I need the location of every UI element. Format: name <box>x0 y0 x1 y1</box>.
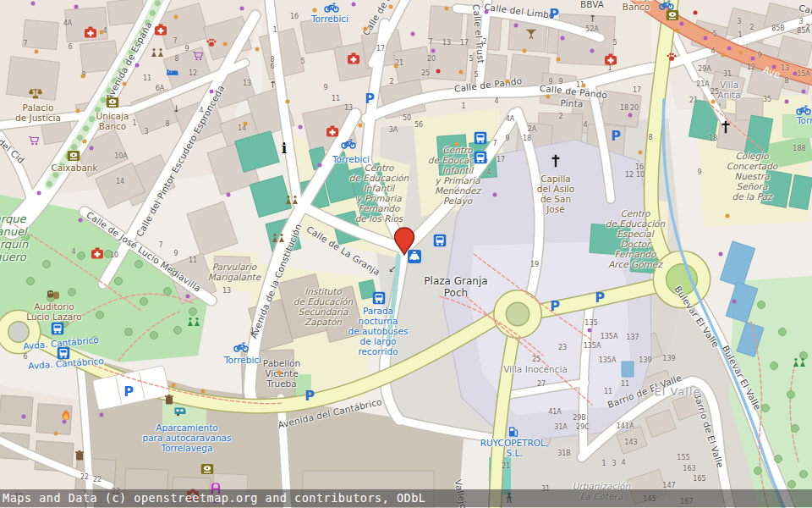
poi-dot-purple <box>680 22 684 26</box>
place-label: ParqueManuelBarquínagüero <box>0 213 28 264</box>
place-label: Torrebici <box>332 154 370 164</box>
cross-icon[interactable] <box>721 121 731 134</box>
house-number: 21 <box>689 97 698 104</box>
bicycle-icon[interactable] <box>659 0 674 10</box>
place-label: Torrebici <box>311 14 348 24</box>
house-number: 7 <box>158 241 162 249</box>
clinic-icon[interactable] <box>605 53 617 65</box>
poi-dot-red <box>436 69 441 74</box>
bus-icon[interactable] <box>373 292 386 305</box>
house-number: 10 <box>110 251 118 259</box>
house-number: 50 <box>403 114 411 122</box>
arrow-icon[interactable]: → <box>248 326 257 334</box>
caravan-icon[interactable] <box>174 407 187 417</box>
bus-icon[interactable] <box>434 235 447 247</box>
bicycle-icon[interactable] <box>796 105 811 115</box>
place-label: AuditorioLucio Lazaro <box>26 301 82 322</box>
playground-icon[interactable] <box>285 196 299 205</box>
poi-dot-purple <box>135 64 140 68</box>
poi-dot-purple <box>785 100 789 104</box>
bicycle-icon[interactable] <box>233 342 249 352</box>
parking-icon[interactable]: P <box>550 300 560 313</box>
parking-icon[interactable]: P <box>304 389 315 403</box>
poi-dot-orange <box>557 58 561 62</box>
house-number: 4 <box>71 248 75 256</box>
trash-icon[interactable] <box>75 450 84 461</box>
paw-icon[interactable] <box>206 37 217 47</box>
bicycle-icon[interactable] <box>324 3 339 13</box>
house-number: 9 <box>173 250 178 257</box>
cart-icon[interactable] <box>28 135 40 146</box>
house-number: 25 <box>710 88 719 96</box>
house-number: 5 <box>469 55 473 63</box>
info-icon[interactable]: i <box>282 143 287 155</box>
house-number: 139 <box>662 355 675 362</box>
playground-icon[interactable] <box>151 48 164 58</box>
poi-dot-purple <box>628 113 633 118</box>
map-canvas[interactable]: Avenida de EspañaCalle del Pintor Escude… <box>0 0 812 508</box>
bank-icon[interactable] <box>667 10 679 20</box>
arrow-icon[interactable]: → <box>268 80 277 88</box>
bank-icon[interactable] <box>68 151 80 161</box>
clinic-icon[interactable] <box>326 125 339 137</box>
house-number: 22 <box>93 476 102 483</box>
clinic-icon[interactable] <box>155 24 167 36</box>
bed-icon[interactable] <box>167 68 179 76</box>
house-number: 22 <box>80 473 89 481</box>
arrow-icon[interactable]: → <box>172 104 181 112</box>
poi-dot-purple <box>210 90 214 94</box>
street-label: Calle del Limbo <box>484 2 556 20</box>
house-number: 8 <box>784 77 788 85</box>
gym-icon[interactable] <box>526 29 537 40</box>
poi-dot-orange <box>445 7 449 11</box>
playground-green-icon[interactable] <box>793 358 806 367</box>
house-number: 1 <box>272 26 277 34</box>
clinic-icon[interactable] <box>348 52 360 64</box>
poi-dot-purple <box>590 49 595 53</box>
bus-icon[interactable] <box>58 347 70 360</box>
clinic-icon[interactable] <box>91 247 104 259</box>
street-label: Calle de La Granja <box>304 224 381 277</box>
house-number: 18 <box>709 135 717 142</box>
poi-dot-orange <box>711 100 716 104</box>
house-number: 6 <box>270 63 274 70</box>
playground-green-icon[interactable] <box>187 318 200 327</box>
cross-icon[interactable] <box>551 155 561 168</box>
scales-icon[interactable] <box>29 87 42 99</box>
street-label: Pinta <box>560 97 584 108</box>
house-number: 6A <box>156 85 165 92</box>
bus-icon[interactable] <box>475 132 487 145</box>
masks-icon[interactable] <box>47 290 60 300</box>
map-marker[interactable] <box>393 227 415 259</box>
house-number: 52A <box>585 25 599 33</box>
fuel-icon[interactable] <box>508 427 518 438</box>
parking-icon[interactable]: P <box>123 385 134 399</box>
playground-icon[interactable] <box>272 234 285 243</box>
house-number: 188 <box>793 145 805 152</box>
clinic-icon[interactable] <box>85 26 97 38</box>
trash-icon[interactable] <box>165 395 173 405</box>
parking-icon[interactable]: P <box>611 130 621 143</box>
bus-icon[interactable] <box>475 152 487 164</box>
house-number: 135 <box>584 319 597 327</box>
house-number: 5 <box>474 71 478 79</box>
house-number: 2 <box>482 38 486 46</box>
house-number: 27 <box>537 380 546 388</box>
cart-icon[interactable] <box>192 51 204 61</box>
poi-dot-orange <box>389 5 393 9</box>
flame-icon[interactable] <box>62 410 71 421</box>
bicycle-icon[interactable] <box>341 139 356 149</box>
arrow-icon[interactable]: → <box>588 14 597 22</box>
bank-icon[interactable] <box>107 97 119 108</box>
poi-dot-orange <box>359 124 363 128</box>
house-number: 7 <box>173 37 177 45</box>
bank-icon[interactable] <box>201 464 214 474</box>
bus-icon[interactable] <box>52 323 64 335</box>
paw-icon[interactable] <box>667 52 678 62</box>
house-number: 1 <box>461 102 465 110</box>
poi-dot-purple <box>431 49 436 53</box>
parking-icon[interactable]: P <box>595 291 605 305</box>
parking-icon[interactable]: P <box>365 92 375 106</box>
arrow-icon[interactable]: → <box>387 263 398 275</box>
parking-icon[interactable]: P <box>549 8 559 21</box>
